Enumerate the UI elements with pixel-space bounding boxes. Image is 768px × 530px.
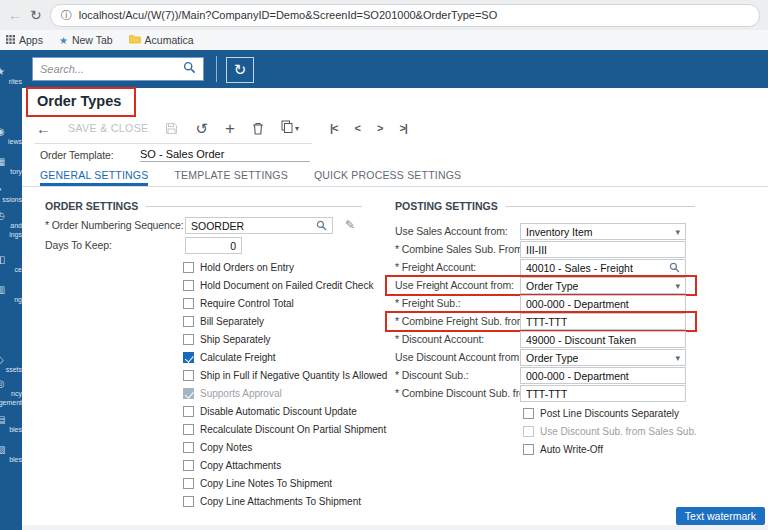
- chevron-down-icon: ▾: [671, 227, 680, 237]
- tab-bar: GENERAL SETTINGS TEMPLATE SETTINGS QUICK…: [40, 164, 461, 186]
- field-row-freight-account: * Freight Account: 40010 - Sales - Freig…: [395, 259, 690, 277]
- checkbox-ship-separately[interactable]: Ship Separately: [183, 333, 271, 346]
- checkbox-icon: [183, 352, 194, 363]
- delete-icon[interactable]: [252, 122, 264, 135]
- checkbox-icon: [183, 496, 194, 507]
- discount-account-input[interactable]: 49000 - Discount Taken: [520, 331, 686, 348]
- save-icon[interactable]: [165, 122, 178, 135]
- sidebar-item-finance[interactable]: ◧ce: [0, 254, 22, 275]
- sidebar-item-time-and-billings[interactable]: ◷and ings: [0, 210, 22, 239]
- checkbox-copy-notes[interactable]: Copy Notes: [183, 441, 252, 454]
- checkbox-icon: [183, 424, 194, 435]
- checkbox-ship-in-full-if-negative-quantity[interactable]: Ship in Full if Negative Quantity Is All…: [183, 369, 387, 382]
- field-row-order-numbering-sequence: * Order Numbering Sequence: SOORDER ✎: [45, 217, 390, 235]
- field-row-use-discount-account-from: Use Discount Account from: Order Type ▾: [395, 349, 690, 367]
- freight-sub-input[interactable]: 000-000 - Department: [520, 295, 686, 312]
- order-numbering-sequence-lookup[interactable]: SOORDER: [185, 217, 333, 234]
- days-to-keep-input[interactable]: 0: [185, 237, 242, 254]
- go-last-button[interactable]: >|: [399, 122, 407, 134]
- checkbox-copy-line-attachments-to-shipment[interactable]: Copy Line Attachments To Shipment: [183, 495, 361, 508]
- order-template-field[interactable]: SO - Sales Order: [140, 148, 310, 162]
- bookmark-acumatica[interactable]: Acumatica: [129, 34, 194, 46]
- finance-icon: ◧: [0, 254, 22, 266]
- annotation-box-title: Order Types: [26, 87, 136, 117]
- combine-freight-sub-from-input[interactable]: TTT-TTT: [520, 313, 686, 330]
- toolbar: ← SAVE & CLOSE ↺ + ▾ |< < > >|: [22, 114, 768, 142]
- checkbox-auto-write-off[interactable]: Auto Write-Off: [523, 443, 603, 456]
- tab-quick-process-settings[interactable]: QUICK PROCESS SETTINGS: [314, 164, 461, 186]
- back-button[interactable]: ←: [36, 121, 51, 136]
- go-first-button[interactable]: |<: [330, 122, 338, 134]
- section-posting-settings: POSTING SETTINGS: [395, 200, 695, 212]
- commissions-icon: ◔: [0, 184, 22, 196]
- undo-icon[interactable]: ↺: [195, 121, 208, 136]
- checkbox-hold-orders-on-entry[interactable]: Hold Orders on Entry: [183, 261, 294, 274]
- field-row-combine-discount-sub-from: * Combine Discount Sub. from: TTT-TTT: [395, 385, 690, 403]
- combine-discount-sub-from-input[interactable]: TTT-TTT: [520, 385, 686, 402]
- checkbox-bill-separately[interactable]: Bill Separately: [183, 315, 264, 328]
- main-area: Order Types ← SAVE & CLOSE ↺ + ▾ |< < > …: [22, 88, 768, 530]
- checkbox-calculate-freight[interactable]: Calculate Freight: [183, 351, 276, 364]
- sidebar-item-currency-management[interactable]: ◎ncy gement: [0, 378, 22, 407]
- go-previous-button[interactable]: <: [355, 122, 360, 134]
- screen: ← ↻ ⓘ localhost/Acu/(W(7))/Main?CompanyI…: [0, 0, 768, 530]
- checkbox-require-control-total[interactable]: Require Control Total: [183, 297, 294, 310]
- sidebar-item-banking[interactable]: ▥ng: [0, 284, 22, 305]
- browser-reload-icon[interactable]: ↻: [30, 7, 42, 23]
- tab-general-settings[interactable]: GENERAL SETTINGS: [40, 164, 148, 186]
- sidebar-item-commissions[interactable]: ◔ssions: [0, 184, 22, 205]
- global-search-input[interactable]: Search...: [32, 57, 204, 81]
- checkbox-post-line-discounts-separately[interactable]: Post Line Discounts Separately: [523, 407, 679, 420]
- copy-button[interactable]: ▾: [281, 119, 299, 137]
- use-sales-account-from-select[interactable]: Inventory Item ▾: [520, 223, 686, 240]
- url-text: localhost/Acu/(W(7))/Main?CompanyID=Demo…: [79, 9, 498, 21]
- refresh-button[interactable]: ↻: [226, 57, 254, 83]
- go-next-button[interactable]: >: [377, 122, 382, 134]
- checkbox-icon: [183, 442, 194, 453]
- browser-back-icon[interactable]: ←: [8, 7, 22, 23]
- apps-grid-icon: [6, 34, 15, 46]
- bookmark-new-tab[interactable]: ★ New Tab: [59, 34, 113, 46]
- sidebar: ★rites ◉iews ▦tory ◔ssions ◷and ings ◧ce…: [0, 50, 22, 530]
- use-freight-account-from-select[interactable]: Order Type ▾: [520, 277, 686, 294]
- refresh-icon: ↻: [234, 61, 247, 79]
- checkbox-supports-approval[interactable]: Supports Approval: [183, 387, 282, 400]
- apps-shortcut[interactable]: Apps: [6, 34, 43, 46]
- combine-sales-sub-from-input[interactable]: III-III: [520, 241, 686, 258]
- text-watermark-button[interactable]: Text watermark: [676, 507, 765, 525]
- magnifier-icon[interactable]: [316, 217, 327, 235]
- tab-template-settings[interactable]: TEMPLATE SETTINGS: [174, 164, 287, 186]
- site-info-icon[interactable]: ⓘ: [61, 8, 72, 23]
- chevron-down-icon: ▾: [295, 124, 299, 133]
- save-close-button[interactable]: SAVE & CLOSE: [68, 122, 148, 134]
- checkbox-disable-automatic-discount-update[interactable]: Disable Automatic Discount Update: [183, 405, 357, 418]
- checkbox-recalculate-discount-on-partial-shipment[interactable]: Recalculate Discount On Partial Shipment: [183, 423, 386, 436]
- checkbox-icon: [523, 408, 534, 419]
- header-separator: [216, 56, 217, 82]
- checkbox-icon: [183, 388, 194, 399]
- browser-address-bar: ← ↻ ⓘ localhost/Acu/(W(7))/Main?CompanyI…: [0, 0, 768, 31]
- apps-label: Apps: [19, 34, 43, 46]
- sidebar-item-receivables[interactable]: ▧bles: [0, 444, 22, 465]
- bookmark-label: Acumatica: [145, 34, 194, 46]
- sidebar-item-fixed-assets[interactable]: ◇ssets: [0, 354, 22, 375]
- sidebar-item-payables[interactable]: ▤bles: [0, 414, 22, 435]
- field-row-combine-sales-sub-from: * Combine Sales Sub. From: III-III: [395, 241, 690, 259]
- freight-account-lookup[interactable]: 40010 - Sales - Freight: [520, 259, 686, 276]
- folder-icon: [129, 34, 141, 46]
- sidebar-item-history[interactable]: ▦tory: [0, 156, 22, 177]
- checkbox-icon: [183, 262, 194, 273]
- checkbox-hold-document-on-failed-credit-check[interactable]: Hold Document on Failed Credit Check: [183, 279, 373, 292]
- edit-pencil-icon[interactable]: ✎: [345, 218, 355, 232]
- sidebar-item-data-views[interactable]: ◉iews: [0, 126, 22, 147]
- checkbox-use-discount-sub-from-sales-sub[interactable]: Use Discount Sub. from Sales Sub.: [523, 425, 697, 438]
- url-input[interactable]: ⓘ localhost/Acu/(W(7))/Main?CompanyID=De…: [50, 4, 760, 27]
- discount-sub-input[interactable]: 000-000 - Department: [520, 367, 686, 384]
- add-button[interactable]: +: [225, 121, 235, 136]
- checkbox-copy-line-notes-to-shipment[interactable]: Copy Line Notes To Shipment: [183, 477, 332, 490]
- bottom-strip: [22, 525, 768, 530]
- checkbox-copy-attachments[interactable]: Copy Attachments: [183, 459, 281, 472]
- magnifier-icon[interactable]: [669, 259, 680, 277]
- use-discount-account-from-select[interactable]: Order Type ▾: [520, 349, 686, 366]
- sidebar-item-favorites[interactable]: ★rites: [0, 66, 22, 87]
